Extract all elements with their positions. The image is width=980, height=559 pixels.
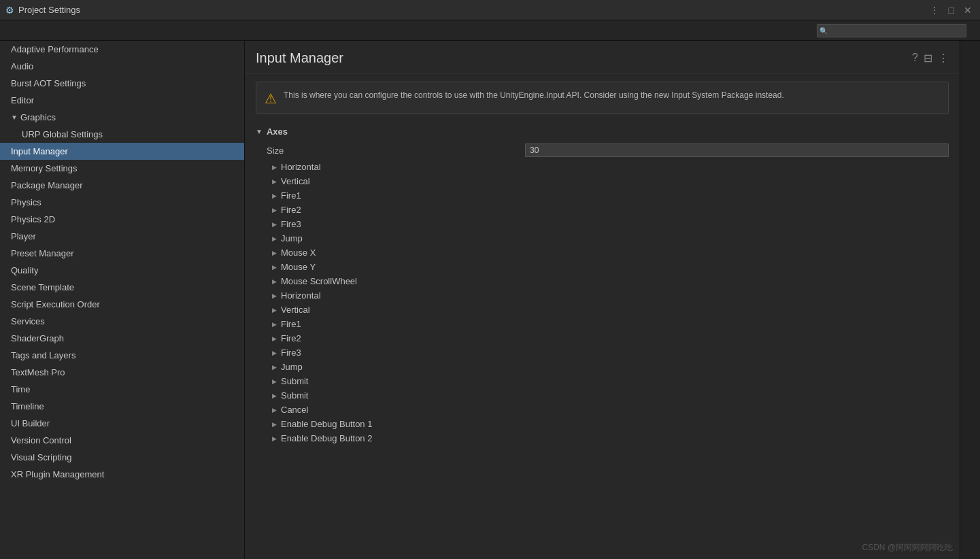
axis-label: Mouse ScrollWheel <box>281 276 357 286</box>
sidebar-item-package-manager[interactable]: Package Manager <box>0 177 244 194</box>
axis-item[interactable]: ▶Cancel <box>256 403 949 417</box>
sidebar-item-timeline[interactable]: Timeline <box>0 398 244 415</box>
sidebar-item-preset-manager[interactable]: Preset Manager <box>0 245 244 262</box>
axis-expand-icon: ▶ <box>272 164 277 171</box>
right-panel <box>960 41 980 559</box>
sidebar-item-label: Memory Settings <box>11 163 78 173</box>
close-button[interactable]: ✕ <box>961 5 975 16</box>
sidebar-item-label: ShaderGraph <box>11 333 64 343</box>
axis-item[interactable]: ▶Mouse Y <box>256 260 949 274</box>
sidebar: Adaptive PerformanceAudioBurst AOT Setti… <box>0 41 245 559</box>
sidebar-item-label: Services <box>11 316 45 326</box>
sidebar-item-urp-global-settings[interactable]: URP Global Settings <box>0 126 244 143</box>
axis-expand-icon: ▶ <box>272 264 277 271</box>
axis-item[interactable]: ▶Horizontal <box>256 288 949 303</box>
axis-label: Submit <box>281 376 308 386</box>
axes-list: ▶Horizontal▶Vertical▶Fire1▶Fire2▶Fire3▶J… <box>256 160 949 445</box>
axes-header[interactable]: ▼ Axes <box>256 122 949 141</box>
axis-label: Fire3 <box>281 219 301 229</box>
size-label: Size <box>267 146 525 156</box>
axis-item[interactable]: ▶Fire2 <box>256 331 949 345</box>
axis-item[interactable]: ▶Vertical <box>256 303 949 317</box>
content-area: Input Manager ? ⊟ ⋮ ⚠ This is where you … <box>245 41 960 559</box>
sidebar-item-label: XR Plugin Management <box>11 469 104 479</box>
warning-box: ⚠ This is where you can configure the co… <box>256 82 949 114</box>
axis-item[interactable]: ▶Submit <box>256 388 949 403</box>
sidebar-arrow-icon: ▼ <box>11 114 18 121</box>
axis-item[interactable]: ▶Submit <box>256 374 949 388</box>
axis-expand-icon: ▶ <box>272 307 277 314</box>
sidebar-item-physics-2d[interactable]: Physics 2D <box>0 211 244 228</box>
axis-expand-icon: ▶ <box>272 421 277 428</box>
axis-expand-icon: ▶ <box>272 335 277 342</box>
axis-label: Vertical <box>281 305 310 315</box>
axis-item[interactable]: ▶Mouse ScrollWheel <box>256 274 949 288</box>
axis-label: Jump <box>281 233 303 243</box>
axis-expand-icon: ▶ <box>272 235 277 242</box>
axis-label: Fire2 <box>281 205 301 215</box>
search-input[interactable] <box>817 24 966 37</box>
sidebar-item-time[interactable]: Time <box>0 381 244 398</box>
sidebar-item-input-manager[interactable]: Input Manager <box>0 143 244 160</box>
title-bar: ⚙ Project Settings ⋮ □ ✕ <box>0 0 980 20</box>
axis-item[interactable]: ▶Fire3 <box>256 217 949 231</box>
axis-expand-icon: ▶ <box>272 407 277 413</box>
axis-item[interactable]: ▶Enable Debug Button 1 <box>256 417 949 431</box>
sidebar-item-xr-plugin-management[interactable]: XR Plugin Management <box>0 466 244 483</box>
axis-item[interactable]: ▶Fire2 <box>256 203 949 217</box>
sidebar-item-shader-graph[interactable]: ShaderGraph <box>0 330 244 347</box>
sidebar-item-label: URP Global Settings <box>22 129 103 139</box>
axis-label: Horizontal <box>281 162 321 172</box>
sidebar-item-scene-template[interactable]: Scene Template <box>0 279 244 296</box>
sidebar-item-quality[interactable]: Quality <box>0 262 244 279</box>
sidebar-item-memory-settings[interactable]: Memory Settings <box>0 160 244 177</box>
layout-icon[interactable]: ⊟ <box>924 52 932 65</box>
sidebar-item-version-control[interactable]: Version Control <box>0 432 244 449</box>
sidebar-item-services[interactable]: Services <box>0 313 244 330</box>
axis-label: Enable Debug Button 1 <box>281 419 372 429</box>
sidebar-item-label: Audio <box>11 61 33 71</box>
sidebar-item-adaptive-performance[interactable]: Adaptive Performance <box>0 41 244 58</box>
sidebar-item-physics[interactable]: Physics <box>0 194 244 211</box>
warning-icon: ⚠ <box>265 90 277 107</box>
axis-item[interactable]: ▶Fire3 <box>256 345 949 360</box>
sidebar-item-burst-aot-settings[interactable]: Burst AOT Settings <box>0 75 244 92</box>
axis-expand-icon: ▶ <box>272 250 277 256</box>
sidebar-item-graphics[interactable]: ▼Graphics <box>0 109 244 126</box>
sidebar-item-tags-and-layers[interactable]: Tags and Layers <box>0 347 244 364</box>
sidebar-item-label: Timeline <box>11 401 44 411</box>
sidebar-item-label: Input Manager <box>11 146 68 156</box>
sidebar-item-editor[interactable]: Editor <box>0 92 244 109</box>
axis-item[interactable]: ▶Mouse X <box>256 245 949 260</box>
more-options-icon[interactable]: ⋮ <box>938 52 949 65</box>
search-bar <box>0 20 980 41</box>
axis-item[interactable]: ▶Fire1 <box>256 317 949 331</box>
warning-text: This is where you can configure the cont… <box>284 89 784 101</box>
axis-expand-icon: ▶ <box>272 192 277 199</box>
axis-item[interactable]: ▶Jump <box>256 231 949 245</box>
axis-expand-icon: ▶ <box>272 364 277 371</box>
axis-item[interactable]: ▶Jump <box>256 360 949 374</box>
sidebar-item-textmesh-pro[interactable]: TextMesh Pro <box>0 364 244 381</box>
sidebar-item-audio[interactable]: Audio <box>0 58 244 75</box>
axis-item[interactable]: ▶Enable Debug Button 2 <box>256 431 949 445</box>
search-wrap <box>817 24 966 37</box>
size-input[interactable] <box>525 143 949 157</box>
sidebar-item-player[interactable]: Player <box>0 228 244 245</box>
axis-expand-icon: ▶ <box>272 350 277 356</box>
axis-item[interactable]: ▶Vertical <box>256 174 949 188</box>
sidebar-item-script-execution-order[interactable]: Script Execution Order <box>0 296 244 313</box>
axis-item[interactable]: ▶Fire1 <box>256 188 949 203</box>
maximize-button[interactable]: □ <box>946 5 957 16</box>
sidebar-item-visual-scripting[interactable]: Visual Scripting <box>0 449 244 466</box>
more-button[interactable]: ⋮ <box>927 5 942 16</box>
axis-label: Enable Debug Button 2 <box>281 433 372 443</box>
sidebar-item-label: Scene Template <box>11 282 74 292</box>
help-icon[interactable]: ? <box>912 52 918 65</box>
sidebar-item-ui-builder[interactable]: UI Builder <box>0 415 244 432</box>
page-title: Input Manager <box>256 50 912 66</box>
sidebar-item-label: Editor <box>11 95 34 105</box>
axis-expand-icon: ▶ <box>272 392 277 399</box>
axis-item[interactable]: ▶Horizontal <box>256 160 949 174</box>
sidebar-item-label: Visual Scripting <box>11 452 71 462</box>
